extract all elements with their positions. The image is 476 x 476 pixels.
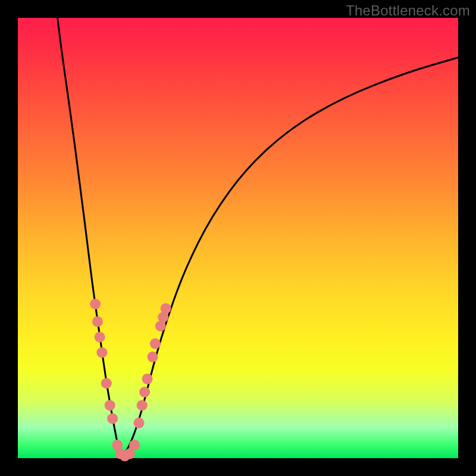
curve-right-branch bbox=[121, 58, 458, 456]
data-marker bbox=[134, 418, 145, 428]
data-marker bbox=[137, 400, 148, 411]
data-marker bbox=[90, 299, 101, 309]
data-marker bbox=[95, 332, 105, 343]
data-marker bbox=[142, 374, 153, 384]
data-marker bbox=[96, 347, 107, 358]
data-marker bbox=[105, 400, 115, 411]
marker-group bbox=[90, 299, 171, 461]
curve-layer bbox=[18, 18, 458, 458]
data-marker bbox=[107, 413, 118, 424]
plot-area bbox=[18, 18, 458, 458]
data-marker bbox=[129, 440, 140, 450]
curve-left-branch bbox=[58, 18, 121, 456]
chart-frame: TheBottleneck.com bbox=[0, 0, 476, 476]
data-marker bbox=[139, 387, 150, 397]
data-marker bbox=[92, 317, 103, 327]
data-marker bbox=[161, 303, 171, 314]
data-marker bbox=[101, 378, 112, 389]
data-marker bbox=[150, 339, 161, 349]
watermark-text: TheBottleneck.com bbox=[346, 2, 470, 19]
data-marker bbox=[147, 352, 158, 362]
